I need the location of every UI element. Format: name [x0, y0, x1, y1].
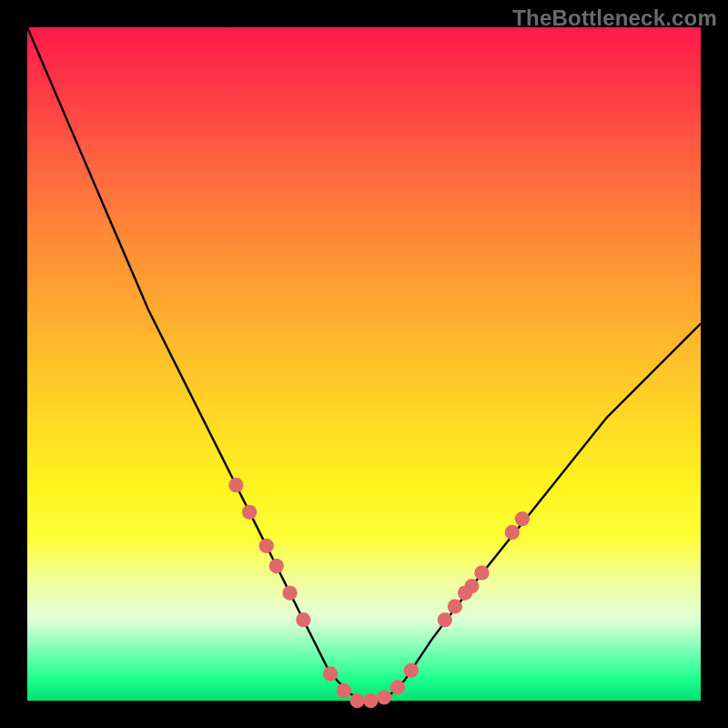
chart-svg-overlay [27, 27, 701, 701]
bottleneck-curve [27, 27, 701, 701]
highlight-dot [404, 663, 419, 678]
highlight-dot [464, 579, 479, 593]
highlight-dots [228, 478, 530, 708]
highlight-dot [505, 525, 520, 540]
highlight-dot [228, 478, 243, 492]
highlight-dot [448, 599, 462, 613]
highlight-dot [377, 690, 391, 704]
highlight-dot [390, 680, 405, 694]
highlight-dot [242, 505, 257, 520]
highlight-dot [323, 666, 338, 681]
highlight-dot [296, 612, 310, 627]
highlight-dot [282, 585, 297, 600]
highlight-dot [438, 612, 452, 627]
highlight-dot [515, 511, 530, 526]
highlight-dot [349, 693, 364, 708]
highlight-dot [363, 693, 378, 708]
highlight-dot [269, 559, 284, 573]
highlight-dot [259, 539, 274, 553]
highlight-dot [337, 683, 351, 698]
chart-frame: TheBottleneck.com [0, 0, 728, 728]
highlight-dot [474, 565, 489, 580]
